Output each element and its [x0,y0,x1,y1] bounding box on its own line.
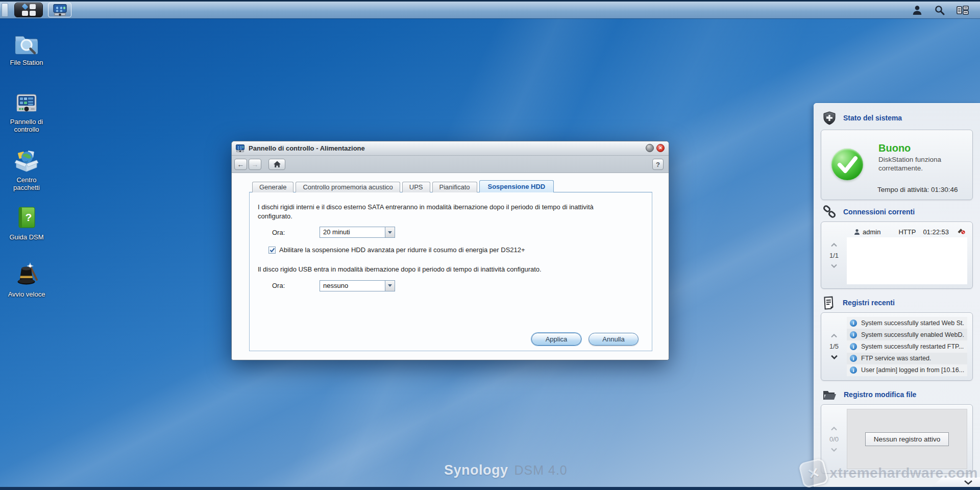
connection-time: 01:22:53 [923,228,949,236]
cancel-button[interactable]: Annulla [589,333,639,346]
dsm-logo: Synology DSM 4.0 [444,462,568,478]
minimize-button[interactable] [646,144,654,152]
desktop-icon-quick-start[interactable]: Avvio veloce [2,261,51,298]
user-icon[interactable] [912,5,923,16]
pager-text: 1/1 [829,252,839,259]
system-status-box: Buono DiskStation funziona correttamente… [821,130,973,200]
usb-hdd-time-select[interactable]: nessuno [320,280,395,291]
taskbar [0,0,980,18]
close-button[interactable]: ✕ [656,144,665,152]
connection-row: admin HTTP 01:22:53 [847,226,967,237]
log-row: iSystem successfully enabled WebD... [847,329,967,340]
tab-sospensione-hdd[interactable]: Sospensione HDD [479,180,554,192]
dsm-help-icon: ? [14,205,39,231]
desktop-icon-dsm-help[interactable]: ? Guida DSM [2,205,51,241]
menu-tile-icon [30,11,36,16]
tab-generale[interactable]: Generale [252,182,293,192]
pager-up-icon[interactable] [830,427,838,431]
desktop-icon-package-center[interactable]: Centro pacchetti [2,148,51,192]
chevron-down-icon [385,281,395,291]
log-row: iSystem successfully started Web St... [847,317,967,329]
connections-box: 1/1 admin HTTP 01:22:53 [821,222,973,289]
checkbox-label: Abilitare la sospensione HDD avanzata pe… [279,246,525,254]
chevron-down-icon [964,480,973,485]
bottom-edge-strip [0,487,980,490]
status-description: DiskStation funziona correttamente. [878,156,960,173]
current-connections-title: Connessioni correnti [843,208,915,216]
pilot-view-icon[interactable] [957,5,969,15]
file-log-empty-area: Nessun registro attivo [847,409,967,469]
tab-pianificato[interactable]: Pianificato [432,182,477,192]
chevron-down-icon [385,227,395,237]
control-panel-icon [53,4,66,16]
log-text: User [admin] logged in from [10.16... [861,366,964,374]
dialog-body: Generale Controllo promemoria acustico U… [232,173,669,360]
connection-user: admin [863,228,880,236]
log-row: iUser [admin] logged in from [10.16... [847,364,967,376]
check-icon [270,248,275,253]
status-value: Buono [878,142,911,154]
control-panel-power-window: Pannello di controllo - Alimentazione ✕ … [231,141,669,360]
file-log-pager: 0/0 [821,405,847,473]
pager-up-icon[interactable] [830,243,838,247]
info-icon: i [850,343,857,350]
main-menu-button[interactable] [14,3,43,17]
internal-hdd-time-select[interactable]: 20 minuti [320,227,395,238]
pager-up-icon[interactable] [830,334,838,338]
window-titlebar[interactable]: Pannello di controllo - Alimentazione ✕ [232,141,669,156]
search-icon[interactable] [934,5,945,16]
recent-logs-box: 1/5 iSystem successfully started Web St.… [821,312,973,381]
status-ok-icon [831,149,863,180]
usb-disk-description: Il disco rigido USB entra in modalità ib… [258,265,644,274]
time-label: Ora: [272,229,320,236]
internal-disk-description: I dischi rigidi interni e il disco ester… [258,203,615,221]
connection-protocol: HTTP [898,228,916,236]
home-button[interactable] [268,159,285,170]
home-icon [273,160,281,168]
user-icon [854,229,860,235]
back-button[interactable]: ← [234,159,247,170]
link-icon [823,205,836,218]
desktop-icon-label: File Station [10,59,43,66]
desktop-icon-label: Avvio veloce [8,290,45,298]
folder-icon [823,389,837,401]
uptime-text: Tempo di attività: 01:30:46 [877,186,958,193]
svg-text:?: ? [26,211,32,223]
recent-logs-title: Registri recenti [843,299,895,307]
tab-ups[interactable]: UPS [402,182,430,192]
desktop-icon-file-station[interactable]: File Station [2,32,51,66]
tab-strip: Generale Controllo promemoria acustico U… [249,180,652,192]
desktop-icon-label: Centro pacchetti [4,176,49,192]
widget-sidebar: Stato del sistema Buono DiskStation funz… [814,103,980,487]
forward-button[interactable]: → [249,159,261,170]
connections-empty-area [847,237,967,284]
control-panel-icon [13,92,40,115]
menu-tile-icon [22,11,28,16]
tab-controllo-promemoria-acustico[interactable]: Controllo promemoria acustico [296,182,400,192]
log-text: System successfully enabled WebD... [861,331,964,338]
log-row: iFTP service was started. [847,353,967,364]
sidebar-collapse-tab[interactable] [931,477,980,487]
info-icon: i [850,366,857,374]
advanced-hibernation-checkbox[interactable] [268,247,276,254]
pager-down-icon[interactable] [830,264,838,268]
desktop-icon-control-panel[interactable]: Pannello di controllo [2,92,51,134]
synology-brand-text: Synology [444,462,508,478]
logs-pager: 1/5 [821,313,847,380]
show-desktop-button[interactable] [2,3,8,17]
disconnect-icon[interactable] [957,228,965,236]
log-text: FTP service was started. [861,355,964,362]
help-button[interactable]: ? [652,159,664,170]
window-toolbar: ← → ? [232,156,669,173]
shield-icon [823,111,836,125]
file-change-log-title: Registro modifica file [844,390,916,399]
pager-text: 1/5 [829,342,839,350]
apply-button[interactable]: Applica [531,333,581,346]
log-text: System successfully started Web St... [861,320,964,327]
pager-down-icon[interactable] [830,448,838,452]
file-station-icon [13,32,40,56]
info-icon: i [850,331,857,338]
pager-down-icon[interactable] [830,355,838,359]
taskbar-item-control-panel[interactable] [48,3,71,17]
pager-text: 0/0 [829,435,839,443]
